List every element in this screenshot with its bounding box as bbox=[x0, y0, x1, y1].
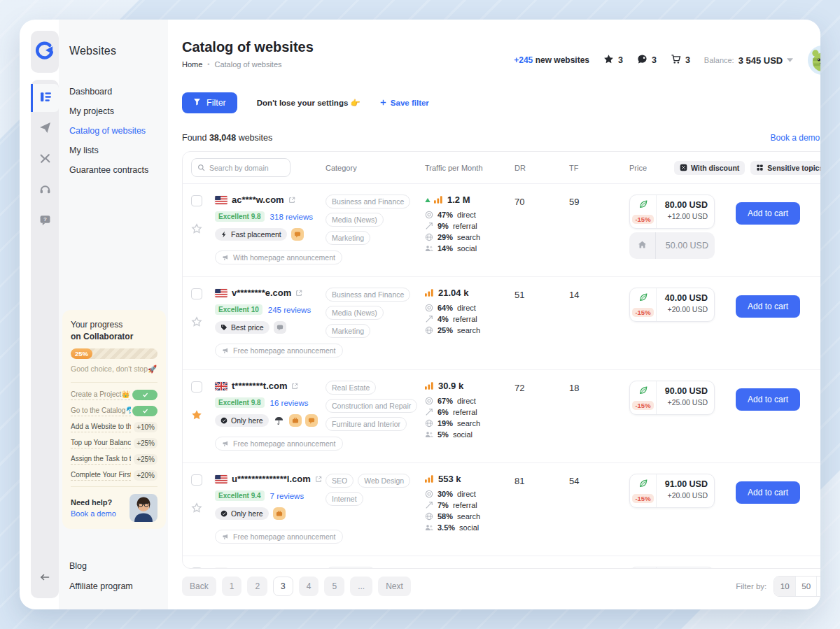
rail-item-feed-icon[interactable] bbox=[31, 84, 59, 112]
page-size-option-2[interactable]: 50 bbox=[816, 577, 820, 596]
favorite-star-icon[interactable] bbox=[191, 502, 202, 514]
rail-item-headset-icon[interactable] bbox=[31, 176, 59, 204]
pagination-ellipsis[interactable]: ... bbox=[350, 577, 372, 596]
pagination-next-button[interactable]: Next bbox=[378, 577, 411, 596]
column-category[interactable]: Category bbox=[326, 164, 425, 172]
category-tags: Business and FinanceMedia (News)Marketin… bbox=[326, 288, 425, 358]
column-tf[interactable]: TF bbox=[569, 164, 629, 172]
external-link-icon[interactable] bbox=[315, 476, 322, 483]
page-size-option-0[interactable]: 10 bbox=[774, 577, 795, 596]
add-to-cart-button[interactable]: Add to cart bbox=[736, 202, 800, 225]
domain-name[interactable]: u**************l.com bbox=[232, 474, 311, 484]
footer-link-blog[interactable]: Blog bbox=[69, 561, 164, 571]
favorite-star-icon[interactable] bbox=[191, 316, 202, 327]
search-input[interactable] bbox=[209, 164, 284, 172]
filter-button[interactable]: Filter bbox=[182, 92, 237, 113]
progress-task: Complete Your First De...+20% bbox=[71, 470, 158, 481]
favorites-counter[interactable]: 3 bbox=[603, 54, 623, 67]
row-checkbox[interactable] bbox=[191, 288, 202, 299]
traffic-percent: 58% bbox=[438, 512, 453, 521]
traffic-percent: 19% bbox=[438, 419, 453, 427]
row-checkbox[interactable] bbox=[191, 474, 202, 486]
domain-name[interactable]: m********.co.uk bbox=[232, 567, 295, 569]
results-bar: Found 38,048 websites Book a demo bbox=[182, 132, 820, 144]
reviews-link[interactable]: 245 reviews bbox=[268, 306, 311, 314]
reviews-link[interactable]: 7 reviews bbox=[270, 492, 304, 500]
row-checkbox[interactable] bbox=[191, 567, 202, 569]
column-price[interactable]: Price bbox=[629, 164, 654, 172]
collapse-sidebar-button[interactable] bbox=[31, 566, 59, 591]
balance-dropdown[interactable]: Balance: 3 545 USD bbox=[704, 55, 793, 66]
pagination-page-5[interactable]: 5 bbox=[324, 577, 344, 596]
breadcrumb-home[interactable]: Home bbox=[182, 60, 202, 69]
row-checkbox[interactable] bbox=[191, 381, 202, 393]
traffic-value-line: 53.5 k bbox=[425, 567, 514, 569]
external-link-icon[interactable] bbox=[299, 569, 306, 570]
messages-counter[interactable]: 3 bbox=[637, 54, 657, 67]
filter-badge-sensitive-topics[interactable]: Sensitive topics bbox=[750, 161, 820, 175]
footer-link-affiliate-program[interactable]: Affiliate program bbox=[69, 581, 164, 591]
rail-item-help-icon[interactable]: ? bbox=[31, 207, 59, 235]
page-background: ? Websites DashboardMy projectsCatalog o… bbox=[0, 0, 840, 629]
category-pill: SEO bbox=[326, 474, 354, 488]
reviews-link[interactable]: 318 reviews bbox=[270, 213, 313, 221]
briefcase-orange-badge-icon bbox=[273, 507, 286, 520]
breadcrumb: Home • Catalog of websites bbox=[182, 60, 314, 69]
pagination-page-4[interactable]: 4 bbox=[299, 577, 319, 596]
column-traffic[interactable]: Traffic per Month bbox=[425, 164, 514, 172]
traffic-percent: 5% bbox=[438, 430, 449, 439]
balance-value: 3 545 USD bbox=[738, 55, 783, 66]
progress-motivation: Good choice, don't stop🚀 bbox=[71, 365, 158, 374]
external-link-icon[interactable] bbox=[288, 197, 295, 204]
external-link-icon[interactable] bbox=[291, 383, 298, 390]
chat-orange-badge-icon bbox=[305, 414, 318, 427]
found-count: 38,048 bbox=[209, 133, 236, 143]
sidebar-item-catalog-of-websites[interactable]: Catalog of websites bbox=[69, 126, 164, 136]
task-done-button[interactable] bbox=[132, 390, 158, 400]
agent-avatar bbox=[130, 512, 158, 522]
rail-item-tools-icon[interactable] bbox=[31, 146, 59, 174]
traffic-label: search bbox=[457, 326, 480, 334]
favorite-star-icon[interactable] bbox=[191, 409, 202, 420]
leaf-icon bbox=[638, 199, 648, 212]
add-to-cart-button[interactable]: Add to cart bbox=[736, 295, 800, 318]
traffic-breakdown-line: 3.5%social bbox=[425, 523, 514, 532]
book-demo-link-top[interactable]: Book a demo bbox=[771, 133, 820, 143]
pagination-page-1[interactable]: 1 bbox=[222, 577, 242, 596]
page-size-option-1[interactable]: 50 bbox=[795, 577, 816, 596]
user-avatar[interactable] bbox=[807, 45, 820, 76]
reviews-link[interactable]: 16 reviews bbox=[270, 399, 309, 407]
sidebar-item-my-lists[interactable]: My lists bbox=[69, 146, 164, 155]
cart-counter[interactable]: 3 bbox=[671, 54, 690, 67]
rail-item-send-icon[interactable] bbox=[31, 115, 59, 143]
pagination-page-3[interactable]: 3 bbox=[273, 577, 293, 596]
external-link-icon[interactable] bbox=[295, 290, 302, 297]
filter-badge-with-discount[interactable]: With discount bbox=[674, 161, 745, 175]
book-demo-link[interactable]: Book a demo bbox=[71, 509, 116, 518]
sidebar-item-my-projects[interactable]: My projects bbox=[69, 106, 164, 116]
domain-name[interactable]: t********t.com bbox=[232, 381, 287, 391]
task-done-button[interactable] bbox=[132, 406, 158, 416]
save-filter-link[interactable]: Save filter bbox=[380, 99, 429, 107]
arrow-left-icon bbox=[39, 572, 50, 586]
search-globe-icon bbox=[425, 419, 433, 427]
table-row: ac****w.com Excellent 9.8 318 reviews Fa… bbox=[183, 184, 820, 277]
pagination-page-2[interactable]: 2 bbox=[247, 577, 267, 596]
traffic-bars-icon bbox=[425, 475, 433, 483]
add-to-cart-button[interactable]: Add to cart bbox=[736, 481, 800, 504]
megaphone-icon bbox=[222, 347, 229, 354]
row-checkbox[interactable] bbox=[191, 195, 202, 206]
favorite-star-icon[interactable] bbox=[191, 223, 202, 234]
add-to-cart-button[interactable]: Add to cart bbox=[736, 388, 800, 411]
column-dr[interactable]: DR bbox=[514, 164, 569, 172]
traffic-breakdown: 64%direct4%referral25%search bbox=[425, 304, 514, 334]
traffic-breakdown: 47%direct9%referral29%search14%social bbox=[425, 211, 514, 253]
domain-name[interactable]: ac****w.com bbox=[232, 195, 284, 205]
sidebar-item-dashboard[interactable]: Dashboard bbox=[69, 87, 164, 97]
app-logo[interactable] bbox=[31, 31, 59, 73]
pagination-back-button[interactable]: Back bbox=[182, 577, 216, 596]
star-icon bbox=[603, 54, 614, 67]
domain-name[interactable]: v********e.com bbox=[232, 288, 291, 298]
sidebar-item-guarantee-contracts[interactable]: Guarantee contracts bbox=[69, 165, 164, 175]
homepage-price-card: 50.00 USD bbox=[629, 232, 715, 259]
